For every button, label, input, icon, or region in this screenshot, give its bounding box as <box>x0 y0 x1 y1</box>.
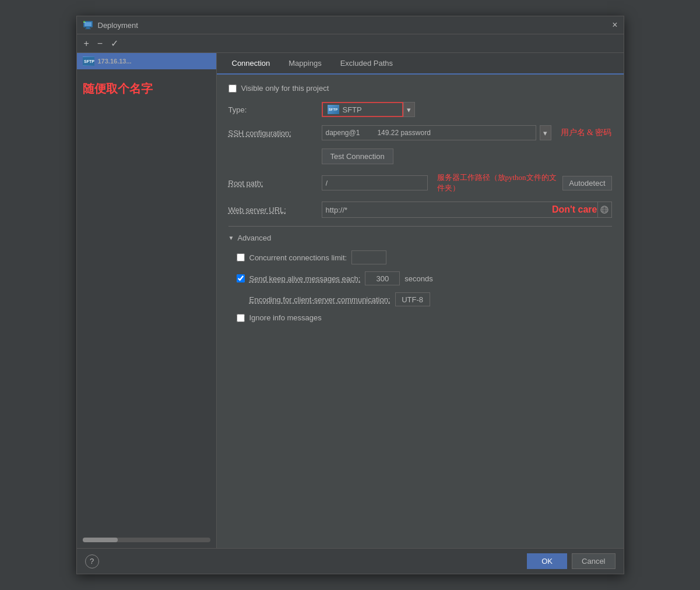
sftp-icon: SFTP <box>83 56 94 66</box>
ssh-label: SSH configuration: <box>228 129 322 137</box>
type-select-box[interactable]: SFTP SFTP <box>322 102 403 117</box>
autodetect-button[interactable]: Autodetect <box>562 176 611 190</box>
visible-only-label: Visible only for this project <box>241 84 329 93</box>
web-url-label: Web server URL: <box>228 206 322 214</box>
concurrent-label: Concurrent connections limit: <box>249 253 347 262</box>
tab-excluded-paths[interactable]: Excluded Paths <box>331 53 402 75</box>
ignore-label: Ignore info messages <box>249 313 322 322</box>
ssh-dropdown-btn[interactable]: ▾ <box>540 125 551 140</box>
ssh-annotation: 用户名 & 密码 <box>561 128 612 138</box>
root-path-annotation: 服务器工作路径（放python文件的文件夹） <box>437 172 558 193</box>
advanced-label: Advanced <box>237 234 271 242</box>
svg-text:SFTP: SFTP <box>84 59 94 63</box>
type-dropdown-arrow[interactable]: ▾ <box>403 102 415 117</box>
ignore-row: Ignore info messages <box>237 313 612 322</box>
svg-rect-2 <box>86 27 90 29</box>
cancel-button[interactable]: Cancel <box>572 553 615 569</box>
encoding-row: Encoding for client-server communication… <box>249 292 612 306</box>
advanced-header[interactable]: ▼ Advanced <box>228 234 612 242</box>
sidebar: SFTP 173.16.13... 随便取个名字 <box>77 53 217 548</box>
type-row: Type: SFTP SFTP ▾ <box>228 102 612 117</box>
root-path-wrapper: 服务器工作路径（放python文件的文件夹） Autodetect <box>322 172 612 193</box>
bottom-bar: ? OK Cancel <box>77 548 624 574</box>
type-value: SFTP <box>343 105 398 114</box>
web-url-annotation: Don't care <box>552 204 597 215</box>
deployment-dialog: PC Deployment × + − ✓ SFTP 173.16.13... … <box>76 16 624 574</box>
advanced-arrow-icon: ▼ <box>228 235 234 241</box>
ssh-input[interactable] <box>322 125 536 140</box>
test-connection-button[interactable]: Test Connection <box>322 149 393 164</box>
keep-alive-row: Send keep alive messages each: seconds <box>237 271 612 285</box>
close-button[interactable]: × <box>612 20 617 30</box>
help-button[interactable]: ? <box>85 554 99 568</box>
dialog-title: Deployment <box>98 21 138 30</box>
encoding-input[interactable] <box>395 292 430 306</box>
root-path-row: Root path: 服务器工作路径（放python文件的文件夹） Autode… <box>228 172 612 193</box>
ssh-config-wrapper: ▾ 用户名 & 密码 <box>322 125 612 140</box>
ssh-config-row: SSH configuration: ▾ 用户名 & 密码 <box>228 125 612 140</box>
add-button[interactable]: + <box>82 37 92 50</box>
root-path-label: Root path: <box>228 179 322 188</box>
panel-body: Visible only for this project Type: SFTP… <box>217 75 624 548</box>
visible-only-checkbox[interactable] <box>228 84 237 93</box>
panel: Connection Mappings Excluded Paths Visib… <box>217 53 624 548</box>
keep-alive-input[interactable] <box>365 271 400 285</box>
ok-button[interactable]: OK <box>527 553 567 569</box>
keep-alive-label: Send keep alive messages each: <box>249 274 361 283</box>
sidebar-annotation: 随便取个名字 <box>77 69 216 108</box>
sftp-type-icon: SFTP <box>328 105 339 114</box>
toolbar: + − ✓ <box>77 34 624 53</box>
title-bar: PC Deployment × <box>77 16 624 34</box>
advanced-section: Concurrent connections limit: Send keep … <box>228 250 612 322</box>
minus-button[interactable]: − <box>95 37 105 50</box>
encoding-label: Encoding for client-server communication… <box>249 295 391 304</box>
concurrent-input[interactable] <box>351 250 386 264</box>
tab-mappings[interactable]: Mappings <box>279 53 330 75</box>
bottom-buttons: OK Cancel <box>527 553 615 569</box>
divider <box>228 226 612 227</box>
concurrent-checkbox[interactable] <box>237 253 245 262</box>
tab-connection[interactable]: Connection <box>223 53 280 75</box>
web-url-wrapper: Don't care <box>322 202 612 218</box>
title-bar-left: PC Deployment <box>83 20 138 30</box>
concurrent-row: Concurrent connections limit: <box>237 250 612 264</box>
web-url-row: Web server URL: Don't care <box>228 202 612 218</box>
web-globe-icon[interactable] <box>597 202 611 217</box>
sidebar-item-sftp[interactable]: SFTP 173.16.13... <box>77 53 216 69</box>
svg-rect-3 <box>85 29 91 29</box>
keep-alive-checkbox[interactable] <box>237 274 245 282</box>
web-url-input[interactable] <box>322 202 546 217</box>
sidebar-item-label: 173.16.13... <box>98 58 132 65</box>
pc-icon: PC <box>83 20 93 30</box>
type-select-wrapper: SFTP SFTP ▾ <box>322 102 415 117</box>
ignore-checkbox[interactable] <box>237 314 245 322</box>
tabs: Connection Mappings Excluded Paths <box>217 53 624 75</box>
keep-alive-suffix: seconds <box>404 274 432 283</box>
sidebar-scrollbar[interactable] <box>83 538 210 542</box>
type-label: Type: <box>228 105 322 114</box>
svg-text:PC: PC <box>83 22 86 23</box>
check-button[interactable]: ✓ <box>108 37 121 50</box>
main-content: SFTP 173.16.13... 随便取个名字 Connection Mapp… <box>77 53 624 548</box>
visible-only-row: Visible only for this project <box>228 84 612 93</box>
root-path-input[interactable] <box>322 175 428 190</box>
